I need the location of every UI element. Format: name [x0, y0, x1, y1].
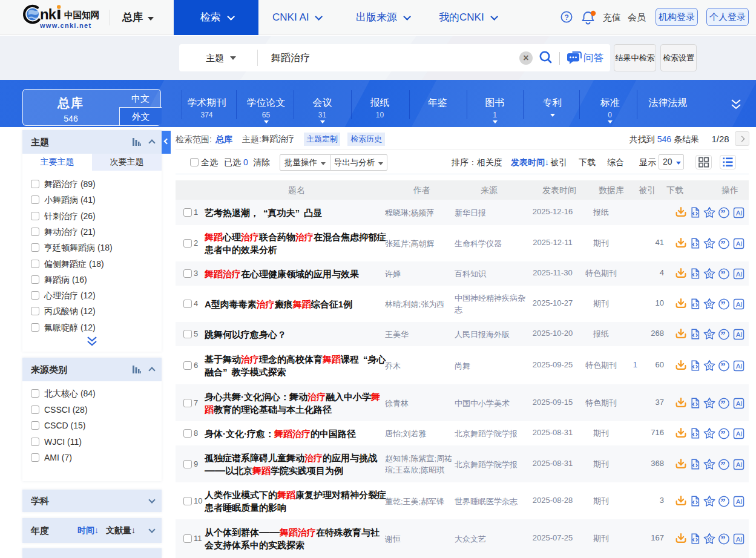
svg-text:”: ” — [721, 208, 726, 218]
svg-text:AI: AI — [736, 400, 743, 407]
svg-text:nk: nk — [40, 6, 57, 22]
svg-text:AI: AI — [736, 209, 743, 217]
svg-text:”: ” — [721, 496, 726, 507]
svg-text:”: ” — [721, 398, 726, 409]
svg-text:AI: AI — [736, 271, 743, 278]
svg-text:”: ” — [721, 269, 726, 280]
svg-text:”: ” — [721, 361, 726, 371]
svg-text:AI: AI — [736, 461, 743, 468]
svg-text:www.cnki.net: www.cnki.net — [39, 22, 91, 29]
svg-text:”: ” — [721, 330, 726, 340]
svg-text:”: ” — [721, 239, 726, 249]
svg-text:AI: AI — [736, 331, 743, 338]
svg-text:”: ” — [721, 534, 726, 545]
svg-text:AI: AI — [736, 430, 743, 438]
svg-text:AI: AI — [736, 301, 743, 308]
svg-text:AI: AI — [736, 498, 743, 505]
svg-text:AI: AI — [736, 363, 743, 370]
svg-text:”: ” — [721, 429, 726, 439]
svg-text:”: ” — [721, 300, 726, 310]
svg-text:”: ” — [721, 459, 726, 470]
svg-text:中国知网: 中国知网 — [64, 10, 99, 20]
svg-text:?: ? — [565, 13, 569, 22]
svg-text:AI: AI — [736, 240, 743, 248]
svg-text:AI: AI — [736, 536, 743, 543]
